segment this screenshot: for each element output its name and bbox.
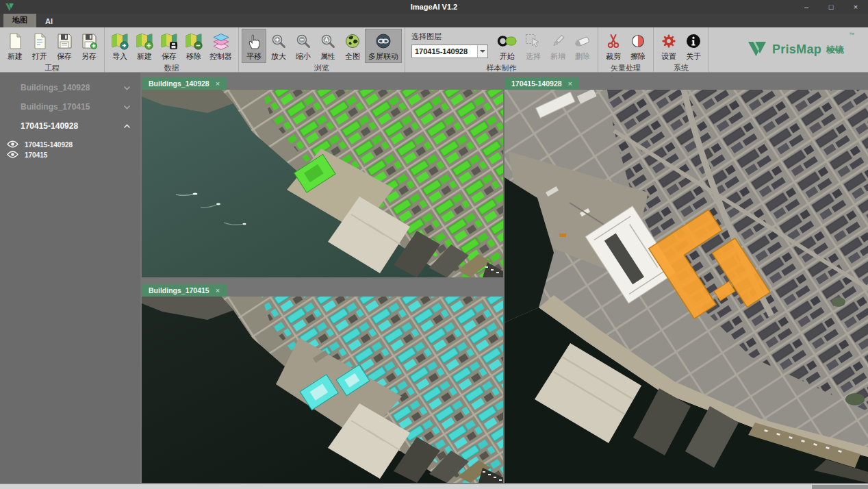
remove-data-button[interactable]: 移除: [181, 29, 206, 63]
maximize-button[interactable]: □: [819, 0, 843, 14]
new-data-button[interactable]: 新建: [132, 29, 157, 63]
layer-picker: 选择图层 170415-140928: [408, 29, 494, 63]
erase-button[interactable]: 擦除: [626, 29, 650, 63]
settings-button[interactable]: 设置: [656, 29, 681, 63]
layer-label: 170415-140928: [25, 141, 73, 149]
map-tab-170415-140928[interactable]: 170415-140928 ×: [505, 77, 579, 90]
button-label: 属性: [320, 51, 335, 62]
start-button[interactable]: 开始: [494, 29, 521, 63]
sidebar-item-buildings-140928[interactable]: Buildings_140928: [0, 78, 140, 97]
map-add-icon: [136, 31, 153, 51]
multi-view-link-button[interactable]: 多屏联动: [365, 29, 402, 63]
minimize-button[interactable]: –: [794, 0, 819, 14]
main-area: Buildings_140928 Buildings_170415 170415…: [0, 73, 868, 484]
zoom-in-button[interactable]: 放大: [266, 29, 291, 63]
button-label: 缩小: [296, 51, 311, 62]
layer-item-170415[interactable]: 170415: [0, 150, 140, 160]
sidebar-item-170415-140928[interactable]: 170415-140928: [0, 116, 140, 136]
open-document-icon: [31, 31, 48, 51]
controller-button[interactable]: 控制器: [206, 29, 235, 63]
eraser-icon: [574, 31, 591, 51]
tree-group-label: 170415-140928: [21, 121, 78, 131]
tab-map[interactable]: 地图: [3, 13, 36, 27]
button-label: 另存: [81, 51, 97, 62]
delete-sample-button[interactable]: 删除: [570, 29, 595, 63]
button-label: 新建: [8, 51, 23, 62]
sidebar-item-buildings-170415[interactable]: Buildings_170415: [0, 97, 140, 116]
map-tab-buildings-170415[interactable]: Buildings_170415 ×: [142, 284, 227, 297]
attribute-button[interactable]: 属性: [316, 29, 340, 63]
map-save-icon: [160, 31, 178, 51]
close-tab-icon[interactable]: ×: [216, 79, 220, 88]
eye-visibility-icon[interactable]: [7, 151, 18, 160]
half-circle-erase-icon: [630, 31, 646, 51]
button-label: 移除: [186, 51, 201, 62]
chevron-down-icon[interactable]: [123, 105, 131, 110]
button-label: 打开: [32, 51, 47, 62]
button-label: 保存: [162, 51, 177, 62]
open-project-button[interactable]: 打开: [27, 29, 52, 63]
map-import-icon: [111, 31, 129, 51]
app-logo-icon: [5, 3, 14, 12]
layer-picker-caption: 选择图层: [411, 32, 488, 42]
map-canvas-170415-140928[interactable]: [505, 90, 868, 483]
map-panel-170415-140928: 170415-140928 ×: [505, 77, 868, 483]
add-sample-button[interactable]: 新增: [546, 29, 570, 63]
map-panel-buildings-140928: Buildings_140928 ×: [142, 77, 503, 277]
save-as-project-button[interactable]: 另存: [77, 29, 101, 63]
import-data-button[interactable]: 导入: [107, 29, 132, 63]
button-label: 多屏联动: [368, 51, 398, 62]
window-title: ImageAI V1.2: [0, 3, 868, 11]
map-panel-buildings-170415: Buildings_170415 ×: [142, 284, 503, 483]
toggle-start-icon: [497, 31, 518, 51]
dropdown-arrow-icon[interactable]: [477, 45, 487, 58]
select-arrow-icon: [524, 31, 542, 51]
group-system: 设置 关于 系统: [654, 27, 709, 72]
chevron-down-icon[interactable]: [123, 86, 131, 90]
button-label: 放大: [271, 51, 286, 62]
group-project: 新建 打开 保存 另存 工程: [0, 27, 105, 72]
layer-select[interactable]: 170415-140928: [411, 45, 488, 58]
group-vector: 裁剪 擦除 矢量处理: [598, 27, 654, 72]
layers-icon: [212, 31, 230, 51]
save-project-button[interactable]: 保存: [52, 29, 77, 63]
layer-tree-sidebar: Buildings_140928 Buildings_170415 170415…: [0, 73, 140, 484]
layer-label: 170415: [25, 151, 47, 159]
menu-bar: 地图 AI: [0, 14, 868, 27]
layer-list: 170415-140928 170415: [0, 140, 140, 160]
prismap-logo-icon: [747, 40, 767, 60]
pan-button[interactable]: 平移: [242, 29, 266, 63]
map-canvas-buildings-140928[interactable]: [142, 90, 503, 277]
eye-visibility-icon[interactable]: [7, 140, 18, 149]
about-button[interactable]: 关于: [681, 29, 706, 63]
group-sample: 选择图层 170415-140928 开始 选择: [405, 27, 598, 72]
button-label: 全图: [345, 51, 360, 62]
close-tab-icon[interactable]: ×: [216, 286, 220, 294]
button-label: 擦除: [630, 51, 646, 62]
map-tab-buildings-140928[interactable]: Buildings_140928 ×: [142, 77, 227, 90]
info-icon: [685, 31, 702, 51]
tab-ai[interactable]: AI: [36, 15, 62, 27]
close-tab-icon[interactable]: ×: [568, 79, 572, 88]
zoom-out-button[interactable]: 缩小: [291, 29, 316, 63]
pencil-icon: [550, 31, 566, 51]
save-data-button[interactable]: 保存: [157, 29, 181, 63]
floppy-disk-icon: [56, 31, 73, 51]
new-project-button[interactable]: 新建: [3, 29, 27, 63]
select-sample-button[interactable]: 选择: [521, 29, 546, 63]
close-button[interactable]: ×: [843, 0, 868, 14]
chain-link-icon: [374, 31, 392, 51]
map-canvas-buildings-170415[interactable]: [142, 297, 503, 483]
button-label: 删除: [575, 51, 590, 62]
map-tab-title: 170415-140928: [511, 79, 562, 88]
chevron-up-icon[interactable]: [123, 124, 131, 129]
full-extent-button[interactable]: 全图: [340, 29, 365, 63]
group-data: 导入 新建 保存 移除: [105, 27, 239, 72]
button-label: 选择: [526, 51, 541, 62]
map-tab-title: Buildings_140928: [149, 79, 209, 88]
button-label: 导入: [112, 51, 127, 62]
clip-button[interactable]: 裁剪: [601, 29, 626, 63]
tree-group-label: Buildings_170415: [21, 102, 90, 112]
magnifier-a-icon: [320, 31, 336, 51]
layer-item-170415-140928[interactable]: 170415-140928: [0, 140, 140, 150]
